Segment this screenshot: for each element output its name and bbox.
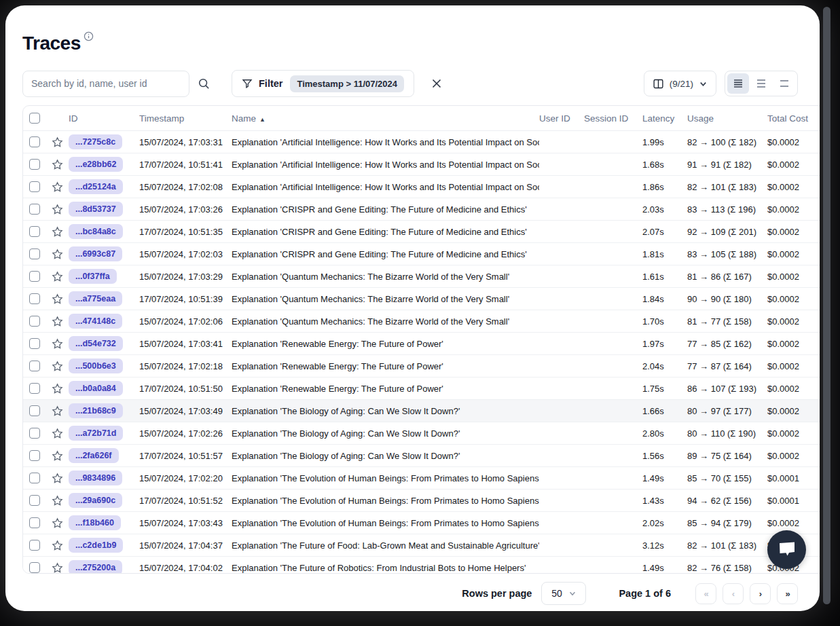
- bookmark-star-icon[interactable]: [46, 383, 69, 394]
- column-header-total-cost[interactable]: Total Cost: [767, 113, 820, 124]
- table-row[interactable]: ...d25124a 15/07/2024, 17:02:08 Explanat…: [23, 176, 820, 198]
- table-row[interactable]: ...a775eaa 17/07/2024, 10:51:39 Explanat…: [23, 288, 820, 310]
- window-scrollbar[interactable]: [823, 7, 830, 604]
- trace-id-badge[interactable]: ...21b68c9: [69, 403, 123, 418]
- row-checkbox[interactable]: [29, 226, 40, 237]
- table-row[interactable]: ...d54e732 15/07/2024, 17:03:41 Explanat…: [23, 333, 820, 355]
- bookmark-star-icon[interactable]: [46, 338, 69, 350]
- table-row[interactable]: ...21b68c9 15/07/2024, 17:03:49 Explanat…: [23, 400, 820, 422]
- bookmark-star-icon[interactable]: [46, 473, 69, 484]
- next-page-button[interactable]: ›: [750, 583, 771, 604]
- trace-id-badge[interactable]: ...c2de1b9: [69, 538, 123, 553]
- row-checkbox[interactable]: [29, 293, 40, 304]
- table-row[interactable]: ...bc84a8c 17/07/2024, 10:51:35 Explanat…: [23, 221, 820, 243]
- filter-badge[interactable]: Timestamp > 11/07/2024: [290, 75, 404, 92]
- table-row[interactable]: ...9834896 15/07/2024, 17:02:20 Explanat…: [23, 467, 820, 490]
- row-checkbox[interactable]: [29, 338, 40, 349]
- table-row[interactable]: ...a72b71d 15/07/2024, 17:02:26 Explanat…: [23, 422, 820, 445]
- trace-id-badge[interactable]: ...e28bb62: [69, 157, 123, 172]
- column-header-timestamp[interactable]: Timestamp: [139, 113, 232, 124]
- column-header-name[interactable]: Name▲: [232, 113, 539, 124]
- bookmark-star-icon[interactable]: [46, 316, 69, 327]
- row-checkbox[interactable]: [29, 450, 40, 461]
- row-checkbox[interactable]: [29, 473, 40, 483]
- trace-id-badge[interactable]: ...bc84a8c: [69, 224, 123, 239]
- trace-id-badge[interactable]: ...a775eaa: [69, 291, 122, 306]
- bookmark-star-icon[interactable]: [46, 271, 69, 282]
- table-row[interactable]: ...0f37ffa 15/07/2024, 17:03:29 Explanat…: [23, 265, 820, 288]
- table-row[interactable]: ...e28bb62 17/07/2024, 10:51:41 Explanat…: [23, 153, 820, 176]
- row-checkbox[interactable]: [29, 495, 40, 506]
- column-visibility-button[interactable]: (9/21): [644, 71, 716, 96]
- bookmark-star-icon[interactable]: [46, 405, 69, 417]
- column-header-session-id[interactable]: Session ID: [584, 113, 642, 124]
- trace-id-badge[interactable]: ...f18b460: [69, 515, 121, 530]
- row-height-relaxed-icon[interactable]: [773, 73, 795, 94]
- bookmark-star-icon[interactable]: [46, 159, 69, 170]
- row-checkbox[interactable]: [29, 383, 40, 394]
- column-header-usage[interactable]: Usage: [687, 113, 767, 124]
- bookmark-star-icon[interactable]: [46, 361, 69, 372]
- row-checkbox[interactable]: [29, 136, 40, 147]
- column-header-latency[interactable]: Latency: [642, 113, 687, 124]
- bookmark-star-icon[interactable]: [46, 450, 69, 462]
- trace-id-badge[interactable]: ...b0a0a84: [69, 381, 123, 396]
- trace-id-badge[interactable]: ...0f37ffa: [69, 269, 117, 284]
- table-row[interactable]: ...b0a0a84 17/07/2024, 10:51:50 Explanat…: [23, 378, 820, 400]
- trace-id-badge[interactable]: ...275200a: [69, 560, 122, 574]
- row-height-compact-icon[interactable]: [727, 73, 749, 94]
- first-page-button[interactable]: «: [695, 583, 716, 604]
- filter-button[interactable]: Filter Timestamp > 11/07/2024: [232, 70, 414, 97]
- row-checkbox[interactable]: [29, 159, 40, 170]
- row-height-medium-icon[interactable]: [750, 73, 772, 94]
- select-all-checkbox[interactable]: [29, 113, 40, 124]
- row-checkbox[interactable]: [29, 517, 40, 528]
- search-icon[interactable]: [191, 71, 217, 96]
- table-row[interactable]: ...7275c8c 15/07/2024, 17:03:31 Explanat…: [23, 131, 820, 153]
- table-row[interactable]: ...2fa626f 17/07/2024, 10:51:57 Explanat…: [23, 445, 820, 467]
- trace-id-badge[interactable]: ...8d53737: [69, 202, 123, 217]
- trace-id-badge[interactable]: ...d54e732: [69, 336, 123, 351]
- table-row[interactable]: ...275200a 15/07/2024, 17:04:02 Explanat…: [23, 557, 820, 574]
- trace-id-badge[interactable]: ...7275c8c: [69, 134, 122, 149]
- rows-per-page-select[interactable]: 50: [541, 582, 586, 605]
- table-row[interactable]: ...474148c 15/07/2024, 17:02:06 Explanat…: [23, 310, 820, 333]
- search-input[interactable]: [31, 78, 181, 89]
- bookmark-star-icon[interactable]: [46, 540, 69, 551]
- trace-id-badge[interactable]: ...474148c: [69, 314, 122, 329]
- bookmark-star-icon[interactable]: [46, 226, 69, 238]
- clear-filter-icon[interactable]: [426, 73, 447, 94]
- bookmark-star-icon[interactable]: [46, 248, 69, 260]
- row-checkbox[interactable]: [29, 361, 40, 371]
- row-checkbox[interactable]: [29, 271, 40, 282]
- bookmark-star-icon[interactable]: [46, 517, 69, 529]
- table-row[interactable]: ...500b6e3 15/07/2024, 17:02:18 Explanat…: [23, 355, 820, 378]
- row-checkbox[interactable]: [29, 204, 40, 215]
- bookmark-star-icon[interactable]: [46, 428, 69, 439]
- last-page-button[interactable]: »: [777, 583, 798, 604]
- bookmark-star-icon[interactable]: [46, 562, 69, 574]
- bookmark-star-icon[interactable]: [46, 293, 69, 305]
- bookmark-star-icon[interactable]: [46, 204, 69, 215]
- row-checkbox[interactable]: [29, 428, 40, 439]
- trace-id-badge[interactable]: ...d25124a: [69, 179, 123, 194]
- row-checkbox[interactable]: [29, 316, 40, 327]
- row-checkbox[interactable]: [29, 405, 40, 416]
- trace-id-badge[interactable]: ...2fa626f: [69, 448, 119, 463]
- previous-page-button[interactable]: ‹: [723, 583, 744, 604]
- row-checkbox[interactable]: [29, 181, 40, 192]
- table-row[interactable]: ...8d53737 15/07/2024, 17:03:26 Explanat…: [23, 198, 820, 221]
- trace-id-badge[interactable]: ...6993c87: [69, 246, 122, 261]
- trace-id-badge[interactable]: ...9834896: [69, 471, 122, 485]
- table-row[interactable]: ...29a690c 17/07/2024, 10:51:52 Explanat…: [23, 490, 820, 512]
- bookmark-star-icon[interactable]: [46, 136, 69, 148]
- trace-id-badge[interactable]: ...500b6e3: [69, 358, 123, 373]
- info-icon[interactable]: [84, 31, 94, 41]
- bookmark-star-icon[interactable]: [46, 181, 69, 193]
- table-row[interactable]: ...c2de1b9 15/07/2024, 17:04:37 Explanat…: [23, 534, 820, 557]
- row-checkbox[interactable]: [29, 248, 40, 259]
- table-row[interactable]: ...f18b460 15/07/2024, 17:03:43 Explanat…: [23, 512, 820, 534]
- trace-id-badge[interactable]: ...29a690c: [69, 493, 122, 508]
- row-checkbox[interactable]: [29, 562, 40, 573]
- trace-id-badge[interactable]: ...a72b71d: [69, 426, 123, 441]
